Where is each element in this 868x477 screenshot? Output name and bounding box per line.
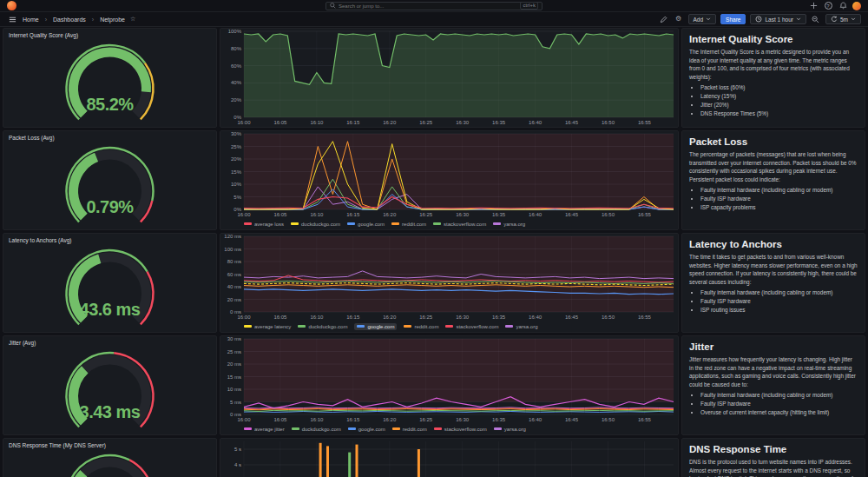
legend-swatch bbox=[392, 427, 400, 430]
legend-item[interactable]: google.com bbox=[348, 427, 385, 432]
svg-text:16:00: 16:00 bbox=[237, 120, 251, 125]
svg-text:16:15: 16:15 bbox=[346, 417, 360, 422]
svg-text:5 ms: 5 ms bbox=[230, 400, 241, 405]
panel-title[interactable]: Jitter (Avg) bbox=[3, 336, 216, 348]
legend-label: reddit.com bbox=[403, 427, 427, 432]
chart-legend: average jitterduckduckgo.comgoogle.comre… bbox=[244, 424, 674, 434]
refresh-interval-label: 5m bbox=[840, 17, 848, 23]
legend-label: google.com bbox=[358, 427, 385, 432]
legend-item[interactable]: google.com bbox=[347, 222, 385, 227]
chart-canvas[interactable]: 0 ms20 ms40 ms60 ms80 ms100 ms120 ms16:0… bbox=[220, 234, 678, 321]
chart-panel: 0 ms5 ms10 ms15 ms20 ms25 ms30 ms16:0016… bbox=[220, 335, 679, 435]
svg-text:16:45: 16:45 bbox=[565, 212, 579, 217]
legend-label: duckduckgo.com bbox=[301, 222, 340, 227]
chart-canvas[interactable]: 0%20%40%60%80%100%16:0016:0516:1016:1516… bbox=[220, 29, 678, 127]
bell-icon[interactable] bbox=[838, 1, 848, 11]
panel-title[interactable]: Packet Loss (Avg) bbox=[3, 131, 216, 142]
gauge-panel: Internet Quality Score (Avg)85.2% bbox=[3, 28, 217, 128]
chart-canvas[interactable]: 0%5%10%15%20%25%30%16:0016:0516:1016:151… bbox=[220, 131, 678, 219]
svg-text:16:10: 16:10 bbox=[310, 417, 324, 422]
panel-title[interactable]: Internet Quality Score (Avg) bbox=[3, 29, 216, 40]
legend-item[interactable]: duckduckgo.com bbox=[292, 427, 341, 432]
legend-label: stackoverflow.com bbox=[444, 222, 486, 227]
legend-swatch bbox=[292, 427, 299, 430]
chart-panel: 0 s1 s2 s3 s4 s5 s16:0016:0516:1016:1516… bbox=[220, 438, 679, 477]
legend-label: duckduckgo.com bbox=[302, 427, 341, 432]
doc-text: The percentage of packets (messages) tha… bbox=[689, 150, 858, 183]
legend-swatch bbox=[493, 222, 501, 225]
svg-text:10 ms: 10 ms bbox=[227, 387, 241, 392]
refresh-button[interactable]: 5m bbox=[825, 14, 861, 24]
refresh-icon bbox=[831, 16, 838, 23]
panel-title[interactable]: DNS Response Time (My DNS Server) bbox=[3, 439, 216, 450]
chart-canvas[interactable]: 0 ms5 ms10 ms15 ms20 ms25 ms30 ms16:0016… bbox=[220, 336, 678, 424]
doc-panel: Latency to AnchorsThe time it takes to g… bbox=[681, 233, 865, 333]
legend-item[interactable]: stackoverflow.com bbox=[434, 427, 487, 432]
doc-panel: Packet LossThe percentage of packets (me… bbox=[681, 130, 865, 230]
avatar[interactable] bbox=[852, 2, 861, 10]
legend-item[interactable]: average jitter bbox=[244, 427, 285, 432]
chart-canvas[interactable]: 0 s1 s2 s3 s4 s5 s16:0016:0516:1016:1516… bbox=[220, 439, 678, 477]
svg-text:16:50: 16:50 bbox=[602, 315, 615, 320]
share-button[interactable]: Share bbox=[720, 14, 746, 24]
gauge-panel: DNS Response Time (My DNS Server) bbox=[3, 438, 217, 477]
favorite-star-icon[interactable]: ☆ bbox=[130, 16, 135, 23]
svg-text:16:00: 16:00 bbox=[237, 212, 251, 217]
add-icon[interactable] bbox=[808, 1, 819, 11]
doc-panel: Internet Quality ScoreThe Internet Quali… bbox=[681, 28, 865, 128]
svg-text:16:05: 16:05 bbox=[273, 315, 287, 320]
legend-item[interactable]: duckduckgo.com bbox=[298, 324, 347, 329]
svg-text:25 ms: 25 ms bbox=[227, 349, 241, 354]
chart-legend: average latencyduckduckgo.comgoogle.comr… bbox=[244, 321, 674, 331]
legend-item[interactable]: stackoverflow.com bbox=[433, 222, 486, 227]
time-range-label: Last 1 hour bbox=[765, 17, 793, 23]
add-button[interactable]: Add bbox=[688, 14, 717, 24]
legend-item[interactable]: yarsa.org bbox=[493, 222, 525, 227]
legend-item[interactable]: yarsa.org bbox=[505, 324, 537, 329]
breadcrumb-home[interactable]: Home bbox=[23, 17, 39, 23]
settings-icon[interactable]: ⚙ bbox=[674, 14, 684, 24]
grafana-logo[interactable] bbox=[7, 1, 16, 10]
question-glyph: ? bbox=[825, 2, 832, 10]
svg-text:40%: 40% bbox=[231, 80, 242, 85]
zoom-out-icon[interactable] bbox=[811, 14, 821, 24]
chevron-down-icon bbox=[706, 17, 711, 22]
svg-text:16:10: 16:10 bbox=[310, 212, 324, 217]
svg-text:16:50: 16:50 bbox=[602, 120, 615, 125]
doc-bullet-list: Faulty internal hardware (including cabl… bbox=[700, 186, 858, 212]
time-range-picker[interactable]: Last 1 hour bbox=[750, 14, 806, 24]
help-icon[interactable]: ? bbox=[823, 1, 833, 11]
legend-swatch bbox=[433, 222, 441, 225]
svg-text:20 ms: 20 ms bbox=[227, 361, 241, 367]
dashboard-panels: Internet Quality Score (Avg)85.2%Packet … bbox=[0, 0, 868, 477]
legend-swatch bbox=[291, 222, 299, 225]
svg-text:25%: 25% bbox=[231, 144, 242, 149]
top-nav: ctrl+k ? bbox=[0, 0, 868, 12]
svg-text:16:30: 16:30 bbox=[456, 212, 470, 217]
legend-swatch bbox=[244, 325, 252, 328]
legend-item[interactable]: google.com bbox=[354, 323, 397, 330]
search-input[interactable] bbox=[339, 3, 517, 9]
svg-text:100%: 100% bbox=[228, 29, 242, 34]
legend-item[interactable]: yarsa.org bbox=[494, 427, 526, 432]
edit-icon[interactable] bbox=[659, 14, 669, 24]
legend-item[interactable]: reddit.com bbox=[392, 427, 427, 432]
legend-item[interactable]: reddit.com bbox=[404, 324, 438, 329]
panel-title[interactable]: Latency to Anchors (Avg) bbox=[3, 234, 216, 245]
svg-text:100 ms: 100 ms bbox=[224, 247, 241, 252]
breadcrumb-dashboards[interactable]: Dashboards bbox=[53, 17, 86, 23]
gauge-value: 0.79% bbox=[3, 197, 216, 217]
search-box[interactable]: ctrl+k bbox=[326, 2, 542, 10]
doc-text: Jitter measures how frequently your late… bbox=[689, 355, 858, 388]
menu-icon[interactable] bbox=[7, 14, 17, 24]
legend-item[interactable]: average loss bbox=[244, 222, 284, 227]
gauge-panel: Packet Loss (Avg)0.79% bbox=[3, 130, 217, 230]
legend-item[interactable]: stackoverflow.com bbox=[445, 324, 498, 329]
doc-title: DNS Response Time bbox=[689, 444, 858, 454]
svg-text:16:55: 16:55 bbox=[638, 120, 652, 125]
svg-text:16:15: 16:15 bbox=[346, 315, 360, 320]
legend-item[interactable]: average latency bbox=[244, 324, 291, 329]
legend-item[interactable]: reddit.com bbox=[391, 222, 426, 227]
chart-legend: average lossduckduckgo.comgoogle.comredd… bbox=[244, 219, 674, 229]
legend-item[interactable]: duckduckgo.com bbox=[291, 222, 340, 227]
